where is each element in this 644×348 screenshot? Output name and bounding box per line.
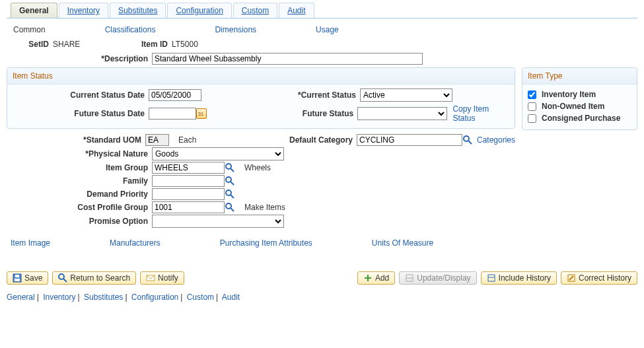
future-status-date-label: Future Status Date bbox=[10, 109, 149, 118]
copy-item-status-link[interactable]: Copy Item Status bbox=[452, 104, 512, 123]
save-button[interactable]: Save bbox=[7, 271, 48, 285]
magnifier-icon[interactable] bbox=[225, 189, 235, 199]
units-of-measure-link[interactable]: Units Of Measure bbox=[372, 238, 433, 248]
add-button[interactable]: Add bbox=[357, 271, 395, 285]
svg-point-0 bbox=[464, 136, 469, 141]
bottom-links: Item Image Manufacturers Purchasing Item… bbox=[7, 229, 515, 253]
svg-rect-11 bbox=[15, 279, 20, 281]
svg-point-13 bbox=[59, 274, 64, 279]
tab-substitutes[interactable]: Substitutes bbox=[110, 3, 166, 18]
sub-tab-usage[interactable]: Usage bbox=[316, 25, 339, 34]
footer-link-audit[interactable]: Audit bbox=[222, 293, 240, 302]
update-display-button: Update/Display bbox=[399, 271, 476, 285]
correct-history-label: Correct History bbox=[579, 273, 631, 283]
calendar-icon[interactable] bbox=[196, 108, 207, 119]
demand-priority-input[interactable] bbox=[152, 188, 225, 200]
sub-tab-dimensions[interactable]: Dimensions bbox=[215, 25, 256, 34]
tab-general[interactable]: General bbox=[11, 3, 57, 18]
plus-icon bbox=[363, 273, 373, 283]
categories-link[interactable]: Categories bbox=[477, 135, 515, 145]
svg-line-7 bbox=[231, 195, 234, 198]
magnifier-icon[interactable] bbox=[462, 135, 473, 145]
item-group-desc: Wheels bbox=[244, 163, 271, 172]
future-status-date-input[interactable] bbox=[149, 108, 196, 120]
svg-line-3 bbox=[231, 168, 234, 172]
footer-link-custom[interactable]: Custom bbox=[187, 293, 214, 302]
standard-uom-label: *Standard UOM bbox=[7, 135, 145, 145]
include-history-label: Include History bbox=[499, 273, 551, 283]
item-group-input[interactable] bbox=[152, 162, 225, 174]
svg-point-6 bbox=[226, 190, 231, 195]
tab-inventory[interactable]: Inventory bbox=[59, 3, 108, 18]
svg-line-9 bbox=[231, 208, 234, 211]
purchasing-item-attributes-link[interactable]: Purchasing Item Attributes bbox=[220, 238, 312, 248]
include-history-button[interactable]: Include History bbox=[481, 271, 557, 285]
header-row: SetID SHARE Item ID LT5000 bbox=[7, 40, 637, 49]
item-type-group: Item Type Inventory Item Non-Owned Item … bbox=[522, 67, 637, 130]
default-category-label: Default Category bbox=[258, 135, 357, 145]
magnifier-icon[interactable] bbox=[225, 202, 235, 213]
notify-icon bbox=[146, 273, 155, 283]
inventory-item-label: Inventory Item bbox=[542, 90, 596, 99]
cost-profile-group-label: Cost Profile Group bbox=[7, 203, 152, 212]
non-owned-item-label: Non-Owned Item bbox=[542, 102, 604, 111]
button-bar: Save Return to Search Notify Add Updat bbox=[7, 253, 637, 290]
return-to-search-label: Return to Search bbox=[70, 273, 130, 283]
svg-line-1 bbox=[468, 141, 472, 144]
sub-tab-classifications[interactable]: Classifications bbox=[105, 25, 156, 34]
physical-nature-label: *Physical Nature bbox=[7, 149, 152, 158]
search-icon bbox=[58, 273, 67, 283]
default-category-input[interactable] bbox=[357, 134, 462, 146]
item-image-link[interactable]: Item Image bbox=[11, 238, 50, 248]
consigned-purchase-label: Consigned Purchase bbox=[542, 114, 620, 123]
current-status-date-label: Current Status Date bbox=[10, 90, 149, 100]
itemid-value: LT5000 bbox=[172, 40, 198, 49]
current-status-select[interactable]: Active bbox=[360, 88, 452, 102]
correct-history-button[interactable]: Correct History bbox=[561, 271, 637, 285]
non-owned-item-checkbox[interactable] bbox=[528, 102, 536, 111]
svg-rect-20 bbox=[488, 275, 495, 281]
future-status-select[interactable] bbox=[357, 107, 447, 120]
setid-value: SHARE bbox=[53, 40, 132, 49]
svg-line-14 bbox=[63, 279, 67, 282]
consigned-purchase-row[interactable]: Consigned Purchase bbox=[525, 112, 634, 124]
item-group-label: Item Group bbox=[7, 163, 152, 172]
footer-link-configuration[interactable]: Configuration bbox=[131, 293, 178, 302]
tab-custom[interactable]: Custom bbox=[233, 3, 277, 18]
family-input[interactable] bbox=[152, 175, 225, 187]
inventory-item-row[interactable]: Inventory Item bbox=[525, 88, 634, 100]
description-input[interactable] bbox=[152, 53, 423, 65]
standard-uom-input bbox=[145, 134, 169, 146]
add-label: Add bbox=[375, 273, 389, 283]
footer-link-substitutes[interactable]: Substitutes bbox=[84, 293, 123, 302]
notify-button[interactable]: Notify bbox=[140, 271, 184, 285]
footer-link-inventory[interactable]: Inventory bbox=[43, 293, 75, 302]
magnifier-icon[interactable] bbox=[225, 162, 235, 173]
svg-rect-12 bbox=[15, 275, 19, 277]
top-tab-bar: General Inventory Substitutes Configurat… bbox=[7, 3, 637, 18]
return-to-search-button[interactable]: Return to Search bbox=[52, 271, 136, 285]
magnifier-icon[interactable] bbox=[225, 176, 235, 186]
tab-audit[interactable]: Audit bbox=[279, 3, 314, 18]
cost-profile-group-input[interactable] bbox=[152, 201, 225, 213]
consigned-purchase-checkbox[interactable] bbox=[528, 114, 536, 123]
family-label: Family bbox=[7, 176, 152, 186]
promise-option-label: Promise Option bbox=[7, 217, 152, 226]
demand-priority-label: Demand Priority bbox=[7, 190, 152, 199]
standard-uom-desc: Each bbox=[178, 135, 196, 145]
physical-nature-select[interactable]: Goods bbox=[152, 147, 284, 160]
correct-history-icon bbox=[567, 273, 576, 283]
current-status-date-input[interactable] bbox=[149, 89, 201, 101]
non-owned-item-row[interactable]: Non-Owned Item bbox=[525, 100, 634, 112]
footer-links: General| Inventory| Substitutes| Configu… bbox=[7, 290, 637, 304]
item-type-title: Item Type bbox=[522, 68, 637, 85]
footer-link-general[interactable]: General bbox=[7, 293, 35, 302]
promise-option-select[interactable] bbox=[152, 215, 284, 228]
tab-configuration[interactable]: Configuration bbox=[167, 3, 231, 18]
svg-rect-17 bbox=[365, 277, 371, 279]
manufacturers-link[interactable]: Manufacturers bbox=[110, 238, 161, 248]
future-status-label: Future Status bbox=[261, 109, 357, 118]
svg-point-8 bbox=[226, 203, 231, 209]
sub-tab-common[interactable]: Common bbox=[13, 25, 46, 34]
inventory-item-checkbox[interactable] bbox=[528, 90, 536, 99]
